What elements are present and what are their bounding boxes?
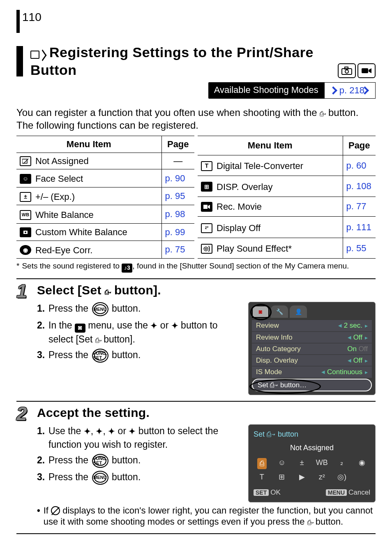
menu-key-icon: MENU bbox=[326, 489, 347, 496]
svg-rect-9 bbox=[203, 205, 208, 209]
page-number-area: 110 bbox=[16, 10, 42, 33]
lcd-tab-tools: 🔧 bbox=[271, 305, 288, 318]
lcd-highlighted-item: Set ⎙↝ button… bbox=[252, 379, 372, 391]
page-link[interactable]: p. 98 bbox=[165, 209, 185, 219]
lcd-row-value: 2 sec. bbox=[344, 322, 362, 329]
svg-point-8 bbox=[25, 231, 26, 233]
lcd-grid-icon: ₂ bbox=[340, 458, 343, 469]
intro-text: You can register a function that you oft… bbox=[16, 106, 376, 132]
page-link[interactable]: p. 60 bbox=[346, 160, 367, 171]
shooting-modes-ref: Available Shooting Modes p. 218 bbox=[16, 82, 376, 99]
lcd-row-label: Review Info bbox=[256, 333, 293, 342]
table-row: ◉Red-Eye Corr. p. 75 bbox=[16, 241, 194, 259]
step-2-title: Accept the setting. bbox=[37, 405, 376, 421]
lcd-subtitle: Not Assigned bbox=[254, 443, 370, 453]
shooting-modes-page-link[interactable]: p. 218 bbox=[324, 82, 376, 99]
menu-button-icon: MENU bbox=[92, 302, 108, 316]
menu-button-icon: MENU bbox=[92, 471, 108, 485]
step-number: 1 bbox=[16, 279, 37, 401]
lcd-screenshot-2: Set ⎙↝ button Not Assigned ⎙ ☺ ± WB ₂ ◉ … bbox=[248, 424, 376, 502]
mode-icons bbox=[338, 63, 376, 78]
print-share-icon: ⎙↝ bbox=[105, 288, 111, 296]
col-menu-item: Menu Item bbox=[198, 136, 343, 155]
white-balance-icon: WB bbox=[20, 210, 31, 220]
table-row: ⊞DISP. Overlay p. 108 bbox=[198, 176, 376, 197]
shooting-modes-label: Available Shooting Modes bbox=[208, 82, 324, 99]
lcd-icon-grid: ⎙ ☺ ± WB ₂ ◉ T ⊞ ▶ z² ◎) bbox=[254, 458, 370, 481]
red-eye-icon: ◉ bbox=[20, 245, 31, 255]
page-link[interactable]: p. 99 bbox=[165, 227, 185, 237]
movie-icon bbox=[201, 202, 212, 212]
table-row: ◎)Play Sound Effect* p. 55 bbox=[198, 238, 376, 258]
lcd-grid-icon: ☺ bbox=[278, 458, 286, 469]
shutter-sound-icon: ♪3 bbox=[122, 264, 132, 273]
table-row: Rec. Movie p. 77 bbox=[198, 197, 376, 216]
page-link[interactable]: p. 95 bbox=[165, 191, 185, 201]
face-select-icon: ☺ bbox=[20, 174, 31, 184]
col-page: Page bbox=[343, 136, 376, 155]
page-link[interactable]: p. 111 bbox=[346, 222, 371, 232]
table-row: z²Display Off p. 111 bbox=[198, 216, 376, 238]
section-heading: Registering Settings to the Print/Share … bbox=[16, 44, 376, 78]
item-label: +/– (Exp.) bbox=[35, 191, 75, 203]
lcd-grid-icon: WB bbox=[316, 458, 328, 469]
lcd-grid-icon: ⊞ bbox=[279, 472, 285, 482]
left-arrow-icon: ✦ bbox=[108, 426, 115, 437]
item-page: — bbox=[161, 153, 194, 169]
svg-marker-10 bbox=[208, 205, 210, 209]
func-set-button-icon: FUNC.SET bbox=[92, 454, 108, 468]
lcd-row-value: Off bbox=[353, 356, 362, 364]
step-number: 2 bbox=[16, 402, 37, 533]
lcd-row-label: Auto Category bbox=[256, 345, 301, 353]
table-row: WBWhite Balance p. 98 bbox=[16, 205, 194, 224]
svg-rect-1 bbox=[345, 67, 348, 69]
step-2-note: • If displays to the icon's lower right,… bbox=[37, 505, 376, 528]
section-title: Registering Settings to the Print/Share … bbox=[16, 44, 376, 78]
lcd-grid-icon: ⎙ bbox=[257, 458, 267, 469]
lcd-grid-icon: ◎) bbox=[337, 472, 346, 482]
lcd-row-value: Continuous bbox=[327, 368, 362, 376]
page-link[interactable]: p. 75 bbox=[165, 244, 185, 255]
lcd-row-value: On bbox=[347, 345, 357, 353]
custom-wb-icon bbox=[20, 227, 31, 237]
footnote: * Sets the sound registered to ♪3, found… bbox=[16, 261, 376, 273]
svg-line-6 bbox=[23, 159, 28, 164]
movie-mode-icon bbox=[357, 63, 376, 78]
page-link[interactable]: p. 77 bbox=[346, 201, 367, 211]
disp-overlay-icon: ⊞ bbox=[201, 182, 212, 192]
item-label: Rec. Movie bbox=[217, 201, 262, 213]
table-row: ±+/– (Exp.) p. 95 bbox=[16, 187, 194, 205]
print-share-icon: ⎙↝ bbox=[95, 336, 101, 345]
func-set-button-icon: FUNC.SET bbox=[92, 349, 108, 363]
item-label: Custom White Balance bbox=[35, 227, 127, 238]
item-label: Red-Eye Corr. bbox=[35, 245, 92, 256]
item-label: White Balance bbox=[35, 209, 94, 221]
page-link[interactable]: p. 55 bbox=[346, 243, 367, 253]
item-label: Face Select bbox=[35, 173, 83, 185]
lcd-row-label: Disp. Overlay bbox=[256, 356, 298, 365]
page-link[interactable]: p. 90 bbox=[165, 173, 185, 183]
sound-effect-icon: ◎) bbox=[201, 244, 212, 254]
step-1-title: Select [Set ⎙↝ button]. bbox=[37, 282, 376, 298]
step-2: 2 Accept the setting. 1.Use the ✦, ✦, ✦ … bbox=[16, 401, 376, 534]
menu-tables: Menu Item Page Not Assigned — ☺Face Sele… bbox=[16, 136, 376, 259]
tele-converter-icon: T bbox=[201, 161, 212, 171]
print-share-icon bbox=[30, 46, 47, 62]
lcd-row-value: Off bbox=[353, 333, 362, 341]
up-arrow-icon: ✦ bbox=[84, 426, 91, 437]
item-label: Not Assigned bbox=[35, 155, 89, 167]
lcd-row-label: Review bbox=[256, 321, 279, 330]
not-assigned-icon bbox=[20, 156, 31, 166]
table-row: ☺Face Select p. 90 bbox=[16, 169, 194, 187]
lcd-screenshot-1: ◙ 🔧 👤 Review◂ 2 sec.▸ Review Info◂ Off▸ … bbox=[248, 302, 376, 395]
camera-tab-icon: ◙ bbox=[75, 324, 85, 333]
lcd-grid-icon: ▶ bbox=[299, 472, 305, 482]
page-link[interactable]: p. 108 bbox=[346, 181, 371, 191]
col-menu-item: Menu Item bbox=[16, 136, 161, 153]
page-number: 110 bbox=[22, 10, 42, 24]
lcd-grid-icon: z² bbox=[319, 472, 325, 482]
exposure-icon: ± bbox=[20, 192, 31, 202]
down-arrow-icon: ✦ bbox=[96, 426, 103, 437]
prohibited-icon bbox=[51, 506, 60, 515]
svg-rect-3 bbox=[362, 68, 368, 73]
